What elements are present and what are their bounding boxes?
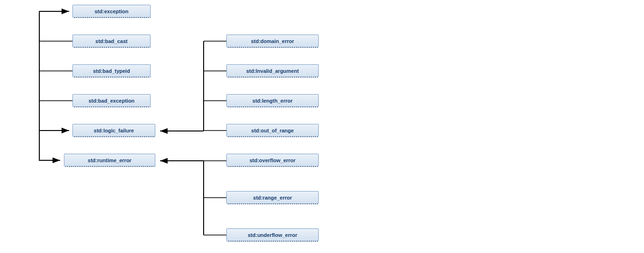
node-std-invalid-argument: std:Invalid_argument <box>226 64 319 78</box>
node-label: std:bad_typeid <box>93 68 130 74</box>
node-label: std:runtime_error <box>88 157 131 163</box>
node-std-out-of-range: std:out_of_range <box>226 124 319 137</box>
node-std-range-error: std:range_error <box>226 191 319 204</box>
node-std-domain-error: std:domain_error <box>226 35 319 48</box>
node-label: std:underflow_error <box>248 232 297 238</box>
node-std-overflow-error: std:overflow_error <box>226 154 319 167</box>
node-std-runtime-error: std:runtime_error <box>64 154 155 167</box>
node-label: std:overflow_error <box>250 157 295 163</box>
exception-hierarchy-diagram: std:exception std:bad_cast std:bad_typei… <box>0 0 644 253</box>
node-std-exception: std:exception <box>72 5 151 18</box>
node-std-bad-exception: std:bad_exception <box>72 94 151 107</box>
node-std-bad-cast: std:bad_cast <box>72 35 151 48</box>
node-label: std:exception <box>95 9 129 14</box>
node-label: std:domain_error <box>251 38 294 44</box>
node-label: std:out_of_range <box>251 128 294 133</box>
node-label: std:bad_cast <box>96 38 128 44</box>
node-std-underflow-error: std:underflow_error <box>226 228 319 242</box>
node-label: std:logic_failure <box>94 128 134 133</box>
node-std-logic-failure: std:logic_failure <box>72 124 155 137</box>
node-label: std:length_error <box>252 98 293 104</box>
node-label: std:bad_exception <box>89 98 134 104</box>
node-label: std:range_error <box>253 195 292 201</box>
node-std-length-error: std:length_error <box>226 94 319 107</box>
node-label: std:Invalid_argument <box>246 68 299 74</box>
node-std-bad-typeid: std:bad_typeid <box>72 64 151 78</box>
